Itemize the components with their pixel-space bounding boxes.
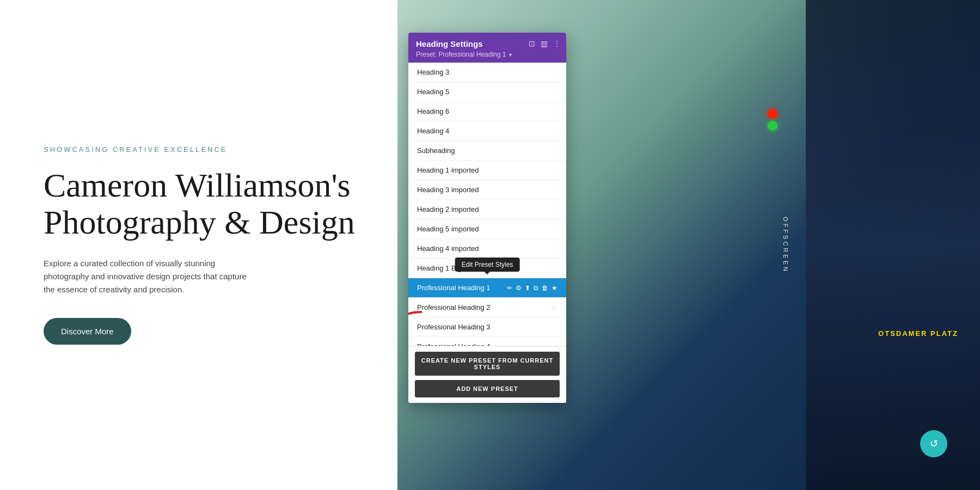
offscreen-label: Offscreen xyxy=(782,217,789,273)
main-title: Cameron Williamson's Photography & Desig… xyxy=(44,167,365,241)
traffic-light xyxy=(768,109,779,142)
list-item[interactable]: Heading 4 imported xyxy=(408,239,566,259)
list-item[interactable]: Subheading xyxy=(408,141,566,161)
list-item[interactable]: Heading 2 imported xyxy=(408,200,566,219)
create-preset-button[interactable]: CREATE NEW PRESET FROM CURRENT STYLES xyxy=(415,352,560,376)
street-sign: OTSDAMER PLATZ xyxy=(878,329,958,338)
panel-header-icons: ⊡ ▥ ⋮ xyxy=(529,39,561,48)
red-arrow-indicator xyxy=(408,307,425,346)
upload-icon[interactable]: ⬆ xyxy=(525,284,530,292)
list-item[interactable]: Heading 1 imported xyxy=(408,161,566,180)
maximize-icon[interactable]: ⊡ xyxy=(529,39,535,48)
list-item[interactable]: Heading 3 xyxy=(408,63,566,82)
list-item[interactable]: Heading 6 xyxy=(408,102,566,121)
trash-icon[interactable]: 🗑 xyxy=(542,284,548,292)
preset-label: Preset: Professional Heading 1 xyxy=(416,51,506,58)
list-item[interactable]: Heading 3 imported xyxy=(408,180,566,200)
subtitle: SHOWCASING CREATIVE EXCELLENCE xyxy=(44,145,365,154)
list-item[interactable]: Heading 5 imported xyxy=(408,219,566,239)
star-icon[interactable]: ★ xyxy=(552,284,558,292)
gear-icon[interactable]: ⚙ xyxy=(516,284,522,292)
building-silhouette xyxy=(806,0,980,490)
discover-more-button[interactable]: Discover More xyxy=(44,318,131,345)
red-light xyxy=(768,109,777,119)
list-item[interactable]: Professional Heading 3 xyxy=(408,317,566,337)
panel-footer: CREATE NEW PRESET FROM CURRENT STYLES AD… xyxy=(408,346,566,403)
preset-row[interactable]: Preset: Professional Heading 1 ▾ xyxy=(416,51,559,58)
list-item[interactable]: Heading 4 xyxy=(408,121,566,141)
right-panel: Offscreen OTSDAMER PLATZ ↺ Heading Setti… xyxy=(397,0,980,490)
teal-action-button[interactable]: ↺ xyxy=(920,430,947,457)
edit-preset-tooltip: Edit Preset Styles xyxy=(455,258,520,272)
preset-item-actions: ✏ ⚙ ⬆ ⧉ 🗑 ★ xyxy=(507,284,558,292)
left-panel: SHOWCASING CREATIVE EXCELLENCE Cameron W… xyxy=(0,0,397,490)
star-icon[interactable]: ☆ xyxy=(551,303,558,311)
settings-panel: Heading Settings Preset: Professional He… xyxy=(408,33,566,403)
chevron-down-icon: ▾ xyxy=(509,52,512,58)
green-light xyxy=(768,121,777,131)
list-item[interactable]: Professional Heading 4 xyxy=(408,337,566,346)
layout-icon[interactable]: ▥ xyxy=(541,39,548,48)
pencil-icon[interactable]: ✏ xyxy=(507,284,512,292)
list-item[interactable]: Professional Heading 2 ☆ xyxy=(408,298,566,317)
background-image: Offscreen OTSDAMER PLATZ ↺ Heading Setti… xyxy=(397,0,980,490)
active-item-wrapper: Edit Preset Styles Professional Heading … xyxy=(408,278,566,298)
copy-icon[interactable]: ⧉ xyxy=(534,284,538,292)
panel-header: Heading Settings Preset: Professional He… xyxy=(408,33,566,63)
preset-list: Heading 3 Heading 5 Heading 6 Heading 4 … xyxy=(408,63,566,346)
list-item[interactable]: Heading 5 xyxy=(408,82,566,102)
list-item-active[interactable]: Professional Heading 1 ✏ ⚙ ⬆ ⧉ 🗑 ★ xyxy=(408,278,566,298)
add-preset-button[interactable]: ADD NEW PRESET xyxy=(415,380,560,397)
description: Explore a curated collection of visually… xyxy=(44,257,250,296)
more-options-icon[interactable]: ⋮ xyxy=(553,39,561,48)
